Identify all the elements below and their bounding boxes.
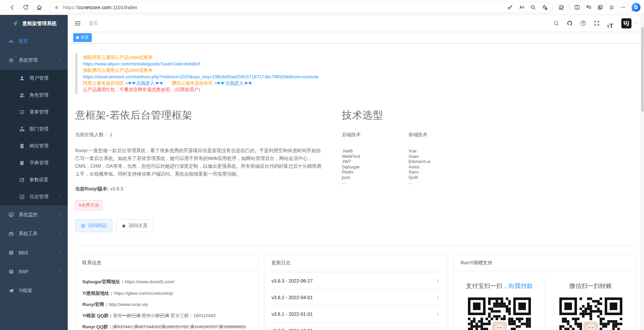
add-favorite-icon[interactable] xyxy=(539,2,550,13)
log-icon xyxy=(19,194,25,200)
search-icon[interactable] xyxy=(550,18,562,29)
notice-line: 阿里云服务器折扣区 >☛☛点我进入☚☚ 腾讯云服务器秒杀区 >☛☛点我进入☚☚ xyxy=(83,80,637,86)
changelog-version: v3.8.0 - 2021-12-01 xyxy=(272,328,313,330)
app-title: 意框架管理系统 xyxy=(22,20,57,27)
breadcrumb[interactable]: 首页 xyxy=(89,20,98,26)
notice-link[interactable]: >☛☛点我进入☚☚ xyxy=(214,81,252,86)
collections-icon[interactable] xyxy=(594,2,606,13)
read-aloud-icon[interactable] xyxy=(516,2,527,13)
extensions-icon[interactable] xyxy=(555,2,567,13)
plane-icon xyxy=(8,288,14,294)
org-icon xyxy=(19,126,25,132)
badge-icon xyxy=(19,143,25,149)
fullscreen-icon[interactable] xyxy=(591,18,602,29)
version-line: 当前Ruoyi版本: v3.8.3 xyxy=(75,186,322,192)
tech-item: Vue xyxy=(409,148,475,154)
refresh-icon[interactable] xyxy=(19,1,33,14)
help-icon[interactable] xyxy=(577,18,589,29)
sidebar-item-role-management[interactable]: 角色管理 xyxy=(0,87,68,104)
notice-text: 领取阿里云通用云产品1888优惠券 xyxy=(83,55,153,60)
changelog-version: v3.8.2 - 2022-04-01 xyxy=(272,295,313,300)
tech-item: json xyxy=(342,175,409,180)
zoom-out-icon[interactable] xyxy=(527,2,539,13)
tech-item: ... xyxy=(342,180,409,185)
sidebar-item-param-settings[interactable]: 参数设置 xyxy=(0,171,68,188)
globe-icon xyxy=(8,250,14,256)
sidebar-item-post-management[interactable]: 岗位管理 xyxy=(0,138,68,154)
notice-line: https://cloud.tencent.com/redirect.php?r… xyxy=(83,74,637,80)
sidebar-item-home[interactable]: 首页 xyxy=(0,32,68,51)
chevron-right-icon xyxy=(435,295,440,300)
notice-link[interactable]: https://cloud.tencent.com/redirect.php?r… xyxy=(83,74,319,79)
notice-text xyxy=(163,81,172,86)
intro-paragraph: Ruoyi:一直想做一款后台管理系统，看了很多优秀的开源项目但是发现没有合适自己… xyxy=(75,147,322,178)
chevron-down-icon xyxy=(58,232,62,236)
password-key-icon[interactable] xyxy=(504,2,516,13)
sidebar-item-yi-framework[interactable]: Yi框架 xyxy=(0,281,68,300)
notice-link[interactable]: >☛☛点我进入☚☚ xyxy=(125,81,163,86)
github-icon[interactable] xyxy=(564,18,575,29)
address-bar[interactable]: https://ccnetcore.com:1101/index xyxy=(49,2,553,13)
visit-homepage-button[interactable]: 访问主页 xyxy=(116,219,153,232)
visit-gitee-button[interactable]: 访问码云 xyxy=(75,219,112,232)
changelog-item[interactable]: v3.8.2 - 2022-04-01 xyxy=(272,289,441,306)
browser-home-icon[interactable] xyxy=(33,1,46,14)
collapse-menu-icon[interactable] xyxy=(72,18,83,28)
tags-view-bar: 首页 xyxy=(68,32,644,43)
page-scrollbar[interactable] xyxy=(641,15,644,330)
more-options-icon[interactable] xyxy=(617,2,629,13)
favorites-icon[interactable] xyxy=(583,2,594,13)
free-open-source-tag[interactable]: ¥免费开源 xyxy=(75,200,103,210)
contact-value: 官方三群：160110482 xyxy=(169,313,216,318)
font-size-icon[interactable]: TT xyxy=(604,18,616,29)
sidebar-item-system-management[interactable]: 系统管理 xyxy=(0,51,68,70)
pay-me-link[interactable]: 向我付款 xyxy=(509,283,533,289)
menutree-icon xyxy=(19,109,25,115)
profile-avatar[interactable] xyxy=(606,2,617,13)
tech-item: WebFirst xyxy=(342,154,409,159)
back-icon[interactable] xyxy=(5,1,19,14)
sidebar-item-user-management[interactable]: 用户管理 xyxy=(0,70,68,87)
url-text[interactable]: https://ccnetcore.com:1101/index xyxy=(63,4,504,10)
sidebar-item-system-monitor[interactable]: 系统监控 xyxy=(0,205,68,224)
contact-card-title: 联系信息 xyxy=(76,255,258,271)
notice-link[interactable]: https://www.aliyun.com/minisite/goods?us… xyxy=(83,61,200,66)
sidebar-item-label: 字典管理 xyxy=(29,160,48,166)
sidebar-item-label: Yi框架 xyxy=(19,288,32,294)
users-icon xyxy=(19,92,25,98)
notice-line: 领取腾讯云通用云产品2860优惠券 xyxy=(83,67,637,74)
sidebar-item-menu-management[interactable]: 菜单管理 xyxy=(0,104,68,121)
tech-item: .Net6 xyxy=(342,148,409,154)
avatar-caret-icon[interactable] xyxy=(635,21,639,25)
sidebar-item-system-tools[interactable]: 系统工具 xyxy=(0,224,68,243)
sidebar-item-dept-management[interactable]: 部门管理 xyxy=(0,121,68,138)
backend-tech-column: 后端技术 .Net6WebFirstJWTSqlsugarRedisjson..… xyxy=(342,132,409,185)
bing-copilot-icon[interactable]: b xyxy=(631,2,641,13)
user-icon xyxy=(19,75,25,81)
scrollbar-thumb[interactable] xyxy=(641,27,644,112)
user-avatar-logo[interactable] xyxy=(621,18,631,28)
sidebar-item-dict-management[interactable]: 字典管理 xyxy=(0,154,68,171)
lock-icon xyxy=(54,5,59,10)
tab-home[interactable]: 首页 xyxy=(73,33,92,42)
app-logo-row[interactable]: 意框架管理系统 xyxy=(0,15,68,32)
sidebar-item-bbs[interactable]: BBS xyxy=(0,243,68,262)
sidebar-item-log-management[interactable]: 日志管理 xyxy=(0,188,68,205)
sidebar-item-erp[interactable]: ERP xyxy=(0,262,68,281)
changelog-item[interactable]: v3.8.3 - 2022-06-27 xyxy=(272,273,441,289)
chevron-right-icon xyxy=(435,328,440,330)
sidebar-item-label: 岗位管理 xyxy=(29,143,48,149)
notice-box: 领取阿里云通用云产品1888优惠券https://www.aliyun.com/… xyxy=(75,53,637,94)
tech-item: Quill xyxy=(409,175,475,180)
gear-icon xyxy=(8,57,14,63)
home-icon xyxy=(121,223,126,228)
globe-icon xyxy=(8,269,14,275)
changelog-item[interactable]: v3.8.1 - 2022-01-01 xyxy=(272,306,441,323)
split-screen-icon[interactable] xyxy=(571,2,583,13)
svg-text:b: b xyxy=(634,4,638,11)
sidebar-item-label: 系统监控 xyxy=(19,212,38,218)
chevron-down-icon xyxy=(58,251,62,255)
changelog-item[interactable]: v3.8.0 - 2021-12-01 xyxy=(272,323,441,330)
sidebar-item-label: 系统工具 xyxy=(19,231,38,237)
sidebar-item-label: 参数设置 xyxy=(29,177,48,183)
